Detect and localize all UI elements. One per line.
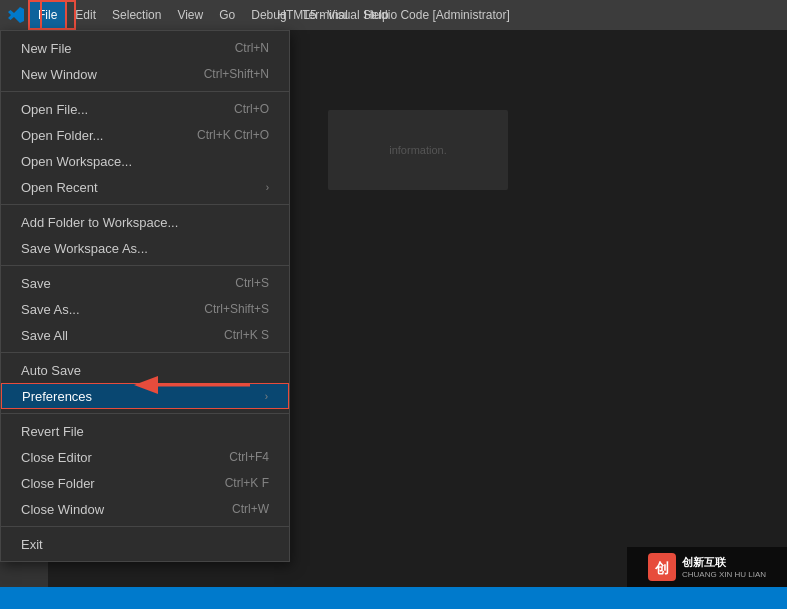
menu-item-open-folder[interactable]: Open Folder...Ctrl+K Ctrl+O [1,122,289,148]
menu-item-label-close-folder: Close Folder [21,476,205,491]
menu-separator [1,526,289,527]
menu-separator [1,91,289,92]
menu-item-open-recent[interactable]: Open Recent› [1,174,289,200]
menu-item-label-auto-save: Auto Save [21,363,269,378]
menu-item-label-open-file: Open File... [21,102,214,117]
menu-item-close-editor[interactable]: Close EditorCtrl+F4 [1,444,289,470]
svg-text:创: 创 [654,560,669,576]
menu-item-label-new-window: New Window [21,67,184,82]
menu-separator [1,204,289,205]
menu-item-shortcut-save-all: Ctrl+K S [224,328,269,342]
status-bar [0,587,787,609]
menu-item-shortcut-close-folder: Ctrl+K F [225,476,269,490]
menu-item-label-save-all: Save All [21,328,204,343]
menu-item-arrow-preferences: › [265,391,268,402]
menu-item-shortcut-new-window: Ctrl+Shift+N [204,67,269,81]
brand-watermark: 创 创新互联 CHUANG XIN HU LIAN [627,547,787,587]
menu-separator [1,352,289,353]
menu-item-save-all[interactable]: Save AllCtrl+K S [1,322,289,348]
menu-item-label-exit: Exit [21,537,269,552]
file-menu-popup: New FileCtrl+NNew WindowCtrl+Shift+NOpen… [0,30,290,562]
title-bar: File Edit Selection View Go Debug Termin… [0,0,787,30]
brand-text: 创新互联 CHUANG XIN HU LIAN [682,555,766,579]
menu-item-shortcut-save: Ctrl+S [235,276,269,290]
menu-item-add-folder[interactable]: Add Folder to Workspace... [1,209,289,235]
menu-item-new-window[interactable]: New WindowCtrl+Shift+N [1,61,289,87]
menu-item-label-close-editor: Close Editor [21,450,209,465]
menu-item-label-revert-file: Revert File [21,424,269,439]
menu-item-label-open-folder: Open Folder... [21,128,177,143]
menu-item-revert-file[interactable]: Revert File [1,418,289,444]
window-title: HTML5 - Visual Studio Code [Administrato… [277,8,510,22]
menu-separator [1,265,289,266]
menu-item-close-window[interactable]: Close WindowCtrl+W [1,496,289,522]
welcome-panel: information. [328,110,508,190]
menu-item-shortcut-close-window: Ctrl+W [232,502,269,516]
menu-item-label-close-window: Close Window [21,502,212,517]
menu-item-open-workspace[interactable]: Open Workspace... [1,148,289,174]
menu-item-shortcut-save-as: Ctrl+Shift+S [204,302,269,316]
vscode-icon [8,7,24,23]
menu-item-label-save-workspace-as: Save Workspace As... [21,241,269,256]
menu-item-save-as[interactable]: Save As...Ctrl+Shift+S [1,296,289,322]
menu-item-save[interactable]: SaveCtrl+S [1,270,289,296]
menu-separator [1,413,289,414]
menu-item-shortcut-close-editor: Ctrl+F4 [229,450,269,464]
menu-file[interactable]: File [28,0,67,30]
welcome-text: information. [381,136,454,164]
menu-item-label-add-folder: Add Folder to Workspace... [21,215,269,230]
menu-item-shortcut-open-folder: Ctrl+K Ctrl+O [197,128,269,142]
menu-item-arrow-open-recent: › [266,182,269,193]
menu-selection[interactable]: Selection [104,0,169,30]
menu-item-open-file[interactable]: Open File...Ctrl+O [1,96,289,122]
brand-logo-icon: 创 [648,553,676,581]
menu-edit[interactable]: Edit [67,0,104,30]
menu-item-label-open-recent: Open Recent [21,180,262,195]
file-dropdown-menu: New FileCtrl+NNew WindowCtrl+Shift+NOpen… [0,30,290,562]
menu-item-preferences[interactable]: Preferences› [1,383,289,409]
menu-item-shortcut-open-file: Ctrl+O [234,102,269,116]
menu-item-label-save: Save [21,276,215,291]
menu-item-shortcut-new-file: Ctrl+N [235,41,269,55]
menu-item-save-workspace-as[interactable]: Save Workspace As... [1,235,289,261]
menu-item-new-file[interactable]: New FileCtrl+N [1,35,289,61]
menu-item-close-folder[interactable]: Close FolderCtrl+K F [1,470,289,496]
menu-item-label-save-as: Save As... [21,302,184,317]
menu-item-label-preferences: Preferences [22,389,261,404]
menu-item-label-open-workspace: Open Workspace... [21,154,269,169]
brand-name: 创新互联 [682,555,766,570]
menu-view[interactable]: View [169,0,211,30]
menu-go[interactable]: Go [211,0,243,30]
brand-sub: CHUANG XIN HU LIAN [682,570,766,579]
menu-item-auto-save[interactable]: Auto Save [1,357,289,383]
menu-item-exit[interactable]: Exit [1,531,289,557]
menu-item-label-new-file: New File [21,41,215,56]
